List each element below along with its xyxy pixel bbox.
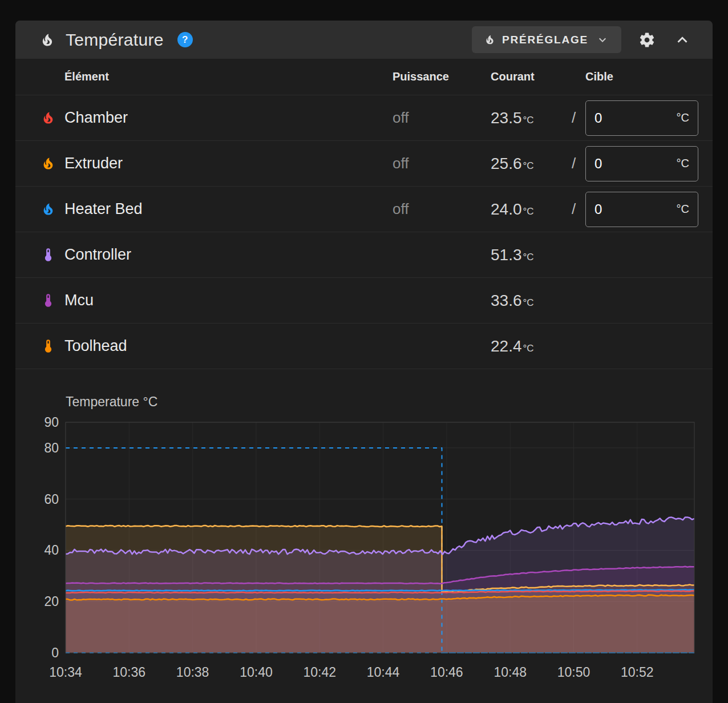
flame-icon xyxy=(41,110,56,126)
svg-text:10:52: 10:52 xyxy=(621,665,654,680)
temperature-panel: Température ? PRÉRÉGLAGE Élément Puissan… xyxy=(15,21,713,703)
svg-text:10:50: 10:50 xyxy=(557,665,591,680)
target-unit-label: °C xyxy=(677,111,689,124)
svg-text:10:40: 10:40 xyxy=(240,665,273,680)
row-chamber: Chamber off 23.5°C / °C xyxy=(15,95,713,141)
svg-text:40: 40 xyxy=(44,543,59,557)
current-temperature: 25.6°C xyxy=(491,155,562,173)
svg-text:20: 20 xyxy=(44,594,59,609)
preset-button-label: PRÉRÉGLAGE xyxy=(502,34,588,46)
row-controller: Controller 51.3°C xyxy=(15,232,713,278)
svg-text:80: 80 xyxy=(44,441,59,455)
svg-text:10:46: 10:46 xyxy=(430,665,463,680)
column-header-power: Puissance xyxy=(393,70,491,83)
current-temperature: 22.4°C xyxy=(491,337,562,355)
svg-text:10:44: 10:44 xyxy=(367,665,400,680)
panel-header: Température ? PRÉRÉGLAGE xyxy=(15,21,713,59)
element-name: Toolhead xyxy=(64,337,127,355)
current-temperature: 51.3°C xyxy=(491,246,562,264)
target-unit-label: °C xyxy=(677,157,689,170)
settings-gear-icon[interactable] xyxy=(638,31,656,49)
row-mcu: Mcu 33.6°C xyxy=(15,278,713,324)
chevron-down-icon xyxy=(596,33,609,47)
svg-text:10:36: 10:36 xyxy=(113,665,146,680)
svg-text:10:34: 10:34 xyxy=(49,665,82,680)
fire-icon xyxy=(39,32,55,48)
column-header-current: Courant xyxy=(491,70,562,83)
element-name: Extruder xyxy=(64,155,123,172)
svg-text:10:38: 10:38 xyxy=(176,665,209,680)
flame-icon xyxy=(41,201,56,217)
thermometer-icon xyxy=(41,247,56,262)
flame-icon xyxy=(41,156,56,171)
svg-text:90: 90 xyxy=(44,415,59,430)
svg-text:0: 0 xyxy=(51,645,59,660)
target-temp-field[interactable]: °C xyxy=(585,146,698,181)
svg-text:10:48: 10:48 xyxy=(494,665,527,680)
svg-text:10:42: 10:42 xyxy=(303,665,336,680)
svg-text:60: 60 xyxy=(44,492,59,507)
table-header-row: Élément Puissance Courant Cible xyxy=(15,59,713,95)
help-icon[interactable]: ? xyxy=(177,32,193,47)
preset-button[interactable]: PRÉRÉGLAGE xyxy=(472,26,621,53)
current-temperature: 24.0°C xyxy=(491,200,562,219)
current-temperature: 23.5°C xyxy=(491,109,562,127)
slash-separator: / xyxy=(562,155,585,172)
collapse-chevron-icon[interactable] xyxy=(673,30,692,50)
slash-separator: / xyxy=(562,109,585,127)
slash-separator: / xyxy=(562,200,585,218)
target-temp-input[interactable] xyxy=(594,201,677,217)
panel-title: Température xyxy=(66,30,164,50)
current-temperature: 33.6°C xyxy=(491,292,562,310)
power-state: off xyxy=(393,200,491,218)
thermometer-icon xyxy=(41,338,56,354)
target-temp-input[interactable] xyxy=(594,110,677,126)
row-extruder: Extruder off 25.6°C / °C xyxy=(15,141,713,187)
fire-icon xyxy=(484,34,496,46)
element-name: Controller xyxy=(64,246,131,264)
element-name: Heater Bed xyxy=(64,200,143,218)
temperature-chart[interactable]: 10:3410:3610:3810:4010:4210:4410:4610:48… xyxy=(15,414,713,682)
chart-section: Temperature °C 10:3410:3610:3810:4010:42… xyxy=(15,369,713,682)
row-heater-bed: Heater Bed off 24.0°C / °C xyxy=(15,187,713,232)
chart-title: Temperature °C xyxy=(66,394,713,410)
thermometer-icon xyxy=(41,293,56,308)
target-temp-field[interactable]: °C xyxy=(585,192,698,227)
target-temp-input[interactable] xyxy=(594,156,677,172)
column-header-target: Cible xyxy=(585,70,698,83)
temperature-table: Élément Puissance Courant Cible Chamber … xyxy=(15,59,713,369)
power-state: off xyxy=(393,155,491,172)
target-temp-field[interactable]: °C xyxy=(585,100,698,136)
column-header-element: Élément xyxy=(41,70,393,83)
element-name: Chamber xyxy=(64,109,128,127)
power-state: off xyxy=(393,109,491,127)
page-background: Température ? PRÉRÉGLAGE Élément Puissan… xyxy=(0,0,728,703)
row-toolhead: Toolhead 22.4°C xyxy=(15,324,713,369)
element-name: Mcu xyxy=(64,292,94,309)
target-unit-label: °C xyxy=(677,203,689,216)
